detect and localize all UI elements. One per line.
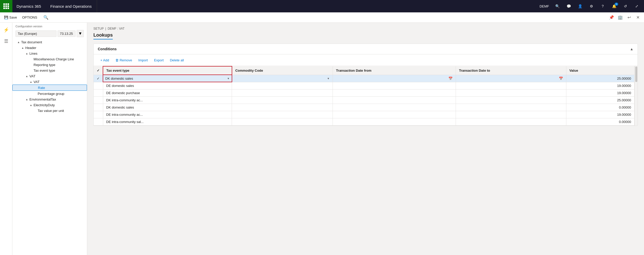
chat-button[interactable]: 💬 bbox=[564, 1, 574, 11]
row-tx-date-from[interactable]: 📅 bbox=[333, 75, 456, 82]
tree-label: VAT bbox=[29, 74, 35, 78]
tree-item-tax-value-per-unit[interactable]: Tax value per unit bbox=[12, 108, 87, 113]
row-tax-event-type[interactable]: DE intra-community sal... bbox=[103, 118, 232, 126]
table-row[interactable]: DE intra-community ac...19.00000 bbox=[94, 111, 634, 118]
conditions-title: Conditions bbox=[98, 47, 117, 51]
config-version-dropdown[interactable]: ▼ bbox=[77, 30, 84, 37]
expand-icon: ▲ bbox=[25, 97, 29, 101]
row-commodity-code[interactable] bbox=[232, 111, 333, 118]
row-commodity-code[interactable]: ▼ bbox=[232, 75, 333, 82]
row-check[interactable] bbox=[94, 82, 103, 89]
tree-item-environmental-tax[interactable]: ▲ EnvironmentalTax bbox=[12, 96, 87, 102]
row-check[interactable] bbox=[94, 89, 103, 97]
table-row[interactable]: DK domestic sales0.00000 bbox=[94, 104, 634, 111]
tree-item-header[interactable]: ▲ Header bbox=[12, 45, 87, 51]
save-icon: 💾 bbox=[4, 15, 8, 19]
table-wrapper: ✓ Tax event type Commodity Code Transact… bbox=[94, 66, 634, 126]
row-tx-date-to[interactable] bbox=[456, 118, 566, 126]
tree-item-lines[interactable]: ▲ Lines bbox=[12, 51, 87, 56]
row-tx-date-from[interactable] bbox=[333, 97, 456, 104]
export-button[interactable]: Export bbox=[151, 56, 166, 64]
undo-button[interactable]: ↩ bbox=[625, 13, 633, 22]
row-check[interactable] bbox=[94, 118, 103, 126]
remove-button[interactable]: 🗑 Remove bbox=[113, 56, 135, 64]
row-tax-event-type[interactable]: DE domestic purchase bbox=[103, 89, 232, 97]
table-body: ✓ DK domestic sales ▼ ▼ 📅 📅 25.00000DE d… bbox=[94, 75, 634, 126]
tree-item-rate[interactable]: Rate bbox=[12, 85, 87, 91]
row-commodity-code[interactable] bbox=[232, 97, 333, 104]
row-tax-event-type[interactable]: DK intra-community ac... bbox=[103, 97, 232, 104]
row-commodity-code[interactable] bbox=[232, 118, 333, 126]
table-row[interactable]: DK intra-community ac...25.00000 bbox=[94, 97, 634, 104]
row-commodity-code[interactable] bbox=[232, 89, 333, 97]
row-tx-date-from[interactable] bbox=[333, 89, 456, 97]
tree-item-reporting-type[interactable]: Reporting type bbox=[12, 62, 87, 68]
help-button[interactable]: ? bbox=[598, 1, 608, 11]
row-tx-date-to[interactable] bbox=[456, 111, 566, 118]
refresh-button[interactable]: ↺ bbox=[620, 1, 631, 11]
expand-icon: ▲ bbox=[17, 40, 21, 44]
table-row[interactable]: ✓ DK domestic sales ▼ ▼ 📅 📅 25.00000 bbox=[94, 75, 634, 82]
tree-item-tax-document[interactable]: ▲ Tax document bbox=[12, 39, 87, 45]
tree-item-tax-event-type[interactable]: Tax event type bbox=[12, 68, 87, 73]
row-check[interactable]: ✓ bbox=[94, 75, 103, 82]
tree-item-vat2[interactable]: ▲ VAT bbox=[12, 79, 87, 85]
row-tax-event-type[interactable]: DK domestic sales bbox=[103, 104, 232, 111]
row-tax-event-type[interactable]: DK domestic sales ▼ bbox=[103, 75, 232, 82]
add-button[interactable]: + Add bbox=[98, 56, 112, 64]
table-scrollbar[interactable] bbox=[634, 66, 638, 126]
sidebar-icon-panel: ⚡ ☰ bbox=[0, 23, 12, 255]
tree-item-misc-charge-line[interactable]: Miscellaneous Charge Line bbox=[12, 56, 87, 62]
menu-icon-button[interactable]: ☰ bbox=[1, 36, 11, 46]
row-check[interactable] bbox=[94, 111, 103, 118]
table-row[interactable]: DE intra-community sal...0.00000 bbox=[94, 118, 634, 126]
toolbar-search-button[interactable]: 🔍 bbox=[42, 14, 50, 21]
row-value: 19.00000 bbox=[566, 89, 634, 97]
row-tx-date-from[interactable] bbox=[333, 104, 456, 111]
row-tx-date-to[interactable] bbox=[456, 82, 566, 89]
top-nav-bar: Dynamics 365 Finance and Operations DEMF… bbox=[0, 0, 644, 12]
config-version-row: Tax (Europe) 73.13.25 ▼ bbox=[12, 29, 87, 39]
expand-icon: ▲ bbox=[29, 103, 33, 107]
user-settings-button[interactable]: 👤 bbox=[575, 1, 585, 11]
options-button[interactable]: OPTIONS bbox=[20, 13, 39, 22]
expand-icon bbox=[29, 57, 33, 61]
row-commodity-code[interactable] bbox=[232, 104, 333, 111]
row-tx-date-to[interactable]: 📅 bbox=[456, 75, 566, 82]
row-tx-date-to[interactable] bbox=[456, 97, 566, 104]
collapse-button[interactable]: ▲ bbox=[630, 47, 633, 51]
apps-menu-button[interactable] bbox=[0, 0, 12, 12]
notifications-button[interactable]: 🔔 0 bbox=[609, 1, 619, 11]
filter-icon-button[interactable]: ⚡ bbox=[1, 25, 11, 35]
nav-right-actions: DEMF 🔍 💬 👤 ⚙ ? 🔔 0 ↺ ⤢ bbox=[537, 1, 644, 11]
tree-item-percentage-group[interactable]: Percentage group bbox=[12, 91, 87, 96]
row-tx-date-from[interactable] bbox=[333, 82, 456, 89]
save-button[interactable]: 💾 Save bbox=[2, 13, 19, 22]
row-tx-date-to[interactable] bbox=[456, 104, 566, 111]
breadcrumb: SETUP | DEMF : VAT bbox=[93, 27, 638, 30]
row-tx-date-to[interactable] bbox=[456, 89, 566, 97]
pin-button[interactable]: 📌 bbox=[607, 13, 616, 22]
row-tax-event-type[interactable]: DE domestic sales bbox=[103, 82, 232, 89]
tree-item-electricity-duty[interactable]: ▲ ElectricityDuty bbox=[12, 102, 87, 108]
settings-button[interactable]: ⚙ bbox=[586, 1, 597, 11]
app-name-label: Finance and Operations bbox=[45, 4, 97, 9]
tree-item-vat1[interactable]: ▲ VAT bbox=[12, 73, 87, 79]
row-check[interactable] bbox=[94, 104, 103, 111]
search-nav-button[interactable]: 🔍 bbox=[552, 1, 562, 11]
table-row[interactable]: DE domestic purchase19.00000 bbox=[94, 89, 634, 97]
row-tx-date-from[interactable] bbox=[333, 118, 456, 126]
maximize-button[interactable]: ⤢ bbox=[632, 1, 642, 11]
delete-all-button[interactable]: Delete all bbox=[167, 56, 186, 64]
nav-brand: Dynamics 365 Finance and Operations bbox=[12, 0, 97, 12]
row-commodity-code[interactable] bbox=[232, 82, 333, 89]
tree-label: Header bbox=[25, 46, 36, 50]
table-row[interactable]: DE domestic sales19.00000 bbox=[94, 82, 634, 89]
close-button[interactable]: ✕ bbox=[634, 13, 642, 22]
import-button[interactable]: Import bbox=[136, 56, 150, 64]
office-button[interactable]: 🏢 bbox=[616, 13, 624, 22]
row-tx-date-from[interactable] bbox=[333, 111, 456, 118]
row-tax-event-type[interactable]: DE intra-community ac... bbox=[103, 111, 232, 118]
row-check[interactable] bbox=[94, 97, 103, 104]
options-label: OPTIONS bbox=[22, 15, 37, 19]
